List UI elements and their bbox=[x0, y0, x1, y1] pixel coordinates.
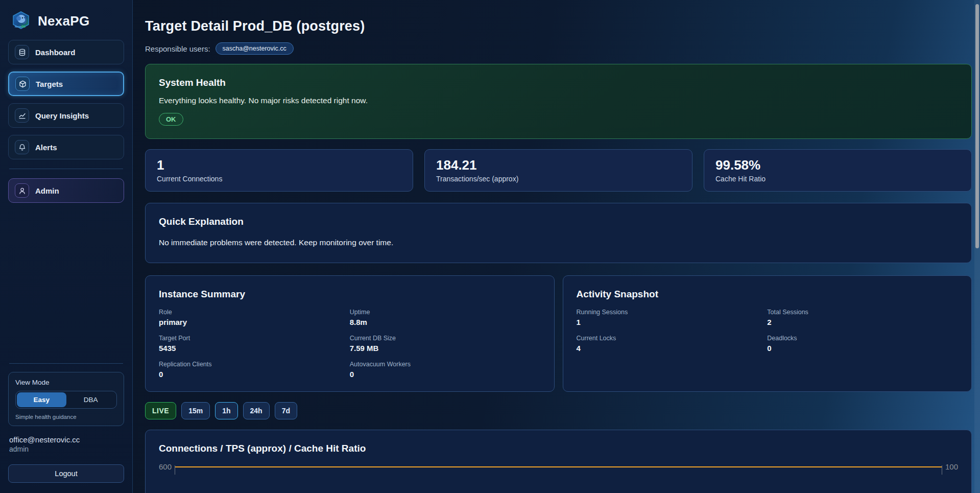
stat-card-tps: 184.21 Transactions/sec (approx) bbox=[424, 149, 692, 192]
chart-card: Connections / TPS (approx) / Cache Hit R… bbox=[145, 430, 972, 493]
responsible-users-label: Responsible users: bbox=[145, 44, 210, 53]
instance-summary-title: Instance Summary bbox=[159, 289, 541, 300]
bell-icon bbox=[15, 140, 29, 154]
view-mode-easy-button[interactable]: Easy bbox=[17, 392, 66, 407]
sidebar: NexaPG NexaPG Dashboard T bbox=[0, 0, 133, 493]
status-badge: OK bbox=[159, 113, 183, 126]
system-health-card: System Health Everything looks healthy. … bbox=[145, 64, 972, 139]
field-db-size: Current DB Size 7.59 MB bbox=[350, 335, 541, 353]
app-root: NexaPG NexaPG Dashboard T bbox=[0, 0, 980, 493]
sidebar-divider bbox=[9, 169, 123, 169]
right-axis-max-label: 100 bbox=[945, 463, 958, 471]
stat-card-connections: 1 Current Connections bbox=[145, 149, 413, 192]
database-icon bbox=[15, 45, 29, 59]
left-axis-tick bbox=[175, 465, 175, 475]
scrollbar-thumb[interactable] bbox=[975, 4, 979, 248]
scrollbar[interactable] bbox=[974, 0, 980, 493]
field-replication-clients: Replication Clients 0 bbox=[159, 361, 350, 379]
field-deadlocks: Deadlocks 0 bbox=[767, 335, 958, 353]
summary-row: Instance Summary Role primary Uptime 8.8… bbox=[145, 275, 972, 392]
svg-text:NexaPG: NexaPG bbox=[15, 25, 26, 28]
chart-plot bbox=[175, 466, 942, 493]
nexapg-logo-icon: NexaPG bbox=[10, 10, 32, 32]
sidebar-item-alerts[interactable]: Alerts bbox=[8, 135, 124, 159]
system-health-title: System Health bbox=[159, 77, 958, 88]
logout-button[interactable]: Logout bbox=[8, 464, 124, 483]
activity-snapshot-grid: Running Sessions 1 Total Sessions 2 Curr… bbox=[577, 309, 959, 353]
stat-card-cache-hit: 99.58% Cache Hit Ratio bbox=[704, 149, 972, 192]
sidebar-item-dashboard[interactable]: Dashboard bbox=[8, 40, 124, 64]
quick-explanation-title: Quick Explanation bbox=[159, 216, 958, 227]
stat-label: Current Connections bbox=[157, 175, 401, 183]
sidebar-spacer bbox=[8, 210, 124, 363]
view-mode-panel: View Mode Easy DBA Simple health guidanc… bbox=[8, 372, 124, 426]
sidebar-item-targets[interactable]: Targets bbox=[8, 72, 124, 96]
left-axis-max-label: 600 bbox=[159, 463, 172, 471]
system-health-message: Everything looks healthy. No major risks… bbox=[159, 96, 958, 105]
quick-explanation-message: No immediate problems were detected. Kee… bbox=[159, 238, 958, 247]
sidebar-item-admin[interactable]: Admin bbox=[8, 178, 124, 203]
view-mode-dba-button[interactable]: DBA bbox=[66, 392, 116, 407]
chart-area: 600 100 bbox=[159, 466, 958, 493]
range-15m-button[interactable]: 15m bbox=[181, 402, 210, 419]
sidebar-item-label: Dashboard bbox=[35, 48, 75, 57]
sidebar-item-label: Alerts bbox=[35, 143, 57, 152]
view-mode-caption: Simple health guidance bbox=[15, 414, 117, 420]
live-button[interactable]: LIVE bbox=[145, 402, 176, 419]
field-total-sessions: Total Sessions 2 bbox=[767, 309, 958, 326]
time-range-bar: LIVE 15m 1h 24h 7d bbox=[145, 402, 972, 419]
range-24h-button[interactable]: 24h bbox=[243, 402, 270, 419]
user-email: office@nesterovic.cc bbox=[8, 435, 124, 444]
sidebar-divider bbox=[9, 363, 123, 364]
field-autovacuum-workers: Autovacuum Workers 0 bbox=[350, 361, 541, 379]
field-target-port: Target Port 5435 bbox=[159, 335, 350, 353]
brand: NexaPG NexaPG bbox=[8, 9, 124, 40]
responsible-users-row: Responsible users: sascha@nesterovic.cc bbox=[145, 42, 972, 55]
stat-label: Transactions/sec (approx) bbox=[436, 175, 681, 183]
stat-label: Cache Hit Ratio bbox=[715, 175, 960, 183]
view-mode-toggle: Easy DBA bbox=[15, 391, 117, 409]
main-content: Target Detail Prod_DB (postgres) Respons… bbox=[133, 0, 980, 493]
range-1h-button[interactable]: 1h bbox=[215, 402, 237, 419]
sidebar-item-label: Query Insights bbox=[35, 111, 89, 120]
app-title: NexaPG bbox=[38, 13, 90, 29]
chart-line-icon bbox=[15, 108, 29, 123]
cube-icon bbox=[15, 77, 30, 91]
field-uptime: Uptime 8.8m bbox=[350, 309, 541, 326]
instance-summary-card: Instance Summary Role primary Uptime 8.8… bbox=[145, 275, 555, 392]
sidebar-item-label: Targets bbox=[36, 80, 63, 88]
activity-snapshot-title: Activity Snapshot bbox=[577, 289, 959, 300]
responsible-user-badge[interactable]: sascha@nesterovic.cc bbox=[216, 42, 294, 55]
sidebar-item-label: Admin bbox=[35, 186, 59, 195]
activity-snapshot-card: Activity Snapshot Running Sessions 1 Tot… bbox=[563, 275, 972, 392]
view-mode-label: View Mode bbox=[15, 379, 117, 386]
page-title: Target Detail Prod_DB (postgres) bbox=[145, 18, 972, 34]
right-axis-tick bbox=[942, 465, 942, 475]
field-running-sessions: Running Sessions 1 bbox=[577, 309, 768, 326]
sidebar-item-query-insights[interactable]: Query Insights bbox=[8, 103, 124, 128]
user-role: admin bbox=[8, 444, 124, 453]
field-current-locks: Current Locks 4 bbox=[577, 335, 768, 353]
field-role: Role primary bbox=[159, 309, 350, 326]
quick-explanation-card: Quick Explanation No immediate problems … bbox=[145, 203, 972, 263]
chart-title: Connections / TPS (approx) / Cache Hit R… bbox=[159, 443, 958, 454]
stat-value: 1 bbox=[157, 157, 401, 173]
user-icon bbox=[15, 183, 29, 198]
stat-value: 99.58% bbox=[715, 157, 960, 173]
stat-value: 184.21 bbox=[436, 157, 681, 173]
instance-summary-grid: Role primary Uptime 8.8m Target Port 543… bbox=[159, 309, 541, 379]
stats-row: 1 Current Connections 184.21 Transaction… bbox=[145, 149, 972, 192]
range-7d-button[interactable]: 7d bbox=[275, 402, 297, 419]
